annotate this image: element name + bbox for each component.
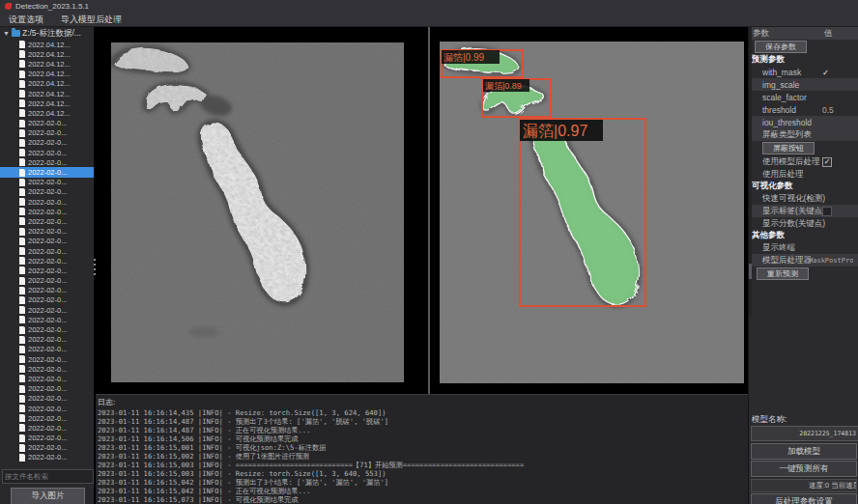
tree-item[interactable]: 2022.04.12... — [0, 108, 94, 118]
tree-item-label: 2022-02-0... — [28, 414, 67, 423]
tree-item[interactable]: 2022-02-0... — [0, 286, 94, 295]
tree-item-label: 2022-02-0... — [28, 128, 67, 137]
postprocess-settings-button[interactable]: 后处理参数设置 — [751, 493, 857, 504]
search-input[interactable] — [2, 469, 94, 484]
tree-item[interactable]: 2022-02-0... — [0, 423, 94, 433]
tree-item-label: 2022-02-0... — [28, 276, 67, 285]
tree-item[interactable]: 2022-02-0... — [0, 345, 94, 354]
menu-import-postprocess[interactable]: 导入模型后处理 — [52, 14, 130, 26]
file-icon — [19, 139, 25, 147]
param-row[interactable]: 使用模型后处理✓ — [749, 155, 858, 168]
tree-item[interactable]: 2022-02-0... — [0, 197, 94, 207]
tree-item[interactable]: 2022-02-0... — [0, 256, 94, 266]
log-panel[interactable]: 日志: 2023-01-11 16:16:14,435 |INFO| - Res… — [96, 394, 748, 504]
tree-item[interactable]: 2022-02-0... — [0, 384, 94, 394]
file-icon — [19, 80, 25, 88]
param-row[interactable]: iou_threshold — [749, 116, 858, 128]
tree-root-item[interactable]: ▼ Z:/5-标注数据/... — [0, 27, 94, 40]
param-row[interactable]: img_scale — [749, 78, 858, 91]
prediction-image[interactable]: 漏箔|0.99 漏箔|0.89 漏箔|0.97 — [440, 42, 744, 383]
title-bar: Detection_2023.1.5.1 — [0, 0, 858, 13]
pane-divider[interactable] — [428, 27, 430, 394]
file-icon — [19, 336, 25, 344]
tree-item[interactable]: 2022-02-0... — [0, 295, 94, 305]
param-button[interactable]: 重新预测 — [757, 267, 809, 280]
tree-item[interactable]: 2022-02-0... — [0, 404, 94, 413]
tree-item[interactable]: 2022-02-0... — [0, 394, 94, 404]
tree-item[interactable]: 2022.04.12... — [0, 59, 94, 69]
params-scrollbar[interactable] — [749, 27, 752, 317]
tree-item[interactable]: 2022.04.12... — [0, 40, 94, 49]
file-tree-panel: ▼ Z:/5-标注数据/... 2022.04.12...2022.04.12.… — [0, 27, 94, 504]
col-param: 参数 — [753, 28, 769, 40]
tree-item[interactable]: 2022-02-0... — [0, 216, 94, 226]
param-label: img_scale — [762, 80, 799, 90]
tree-item[interactable]: 2022-02-0... — [0, 148, 94, 157]
param-button[interactable]: 保存参数 — [755, 41, 807, 53]
tree-item[interactable]: 2022.04.12... — [0, 79, 94, 89]
tree-item-label: 2022-02-0... — [28, 119, 67, 127]
import-image-button[interactable]: 导入图片 — [11, 488, 85, 504]
tree-item[interactable]: 2022-02-0... — [0, 413, 94, 423]
param-row[interactable]: 模型后处理器MaskPostPro — [749, 254, 858, 266]
tree-item[interactable]: 2022-02-0... — [0, 305, 94, 315]
tree-item[interactable]: 2022.04.12... — [0, 89, 94, 98]
original-image[interactable] — [111, 42, 404, 382]
tree-item[interactable]: 2022-02-0... — [0, 119, 94, 128]
param-label: 快速可视化(检测) — [762, 193, 825, 205]
tree-item[interactable]: 2022-02-0... — [0, 374, 94, 383]
tree-item[interactable]: 2022-02-0... — [0, 227, 94, 237]
tree-item[interactable]: 2022-02-0... — [0, 237, 94, 246]
tree-item[interactable]: 2022-02-0... — [0, 364, 94, 374]
checkbox[interactable]: ✓ — [822, 157, 832, 167]
file-icon — [19, 287, 25, 294]
tree-item[interactable]: 2022-02-0... — [0, 315, 94, 324]
tree-item[interactable]: 2022-02-0... — [0, 138, 94, 148]
tree-item[interactable]: 2022-02-0... — [0, 354, 94, 364]
model-name-field[interactable]: 20221225_174813 — [751, 426, 858, 441]
tree-item[interactable]: 2022-02-0... — [0, 453, 94, 462]
param-row[interactable]: scale_factor — [749, 91, 858, 103]
param-row[interactable]: with_mask✓ — [749, 66, 858, 78]
tree-item[interactable]: 2022-02-0... — [0, 443, 94, 453]
menu-settings[interactable]: 设置选项 — [0, 14, 52, 26]
scrollbar-handle[interactable] — [749, 264, 752, 279]
tree-item[interactable]: 2022-02-0... — [0, 167, 94, 177]
file-icon — [19, 60, 25, 68]
tree-item[interactable]: 2022-02-0... — [0, 157, 94, 167]
params-header: 参数 值 — [749, 27, 858, 40]
tree-item[interactable]: 2022-02-0... — [0, 246, 94, 256]
param-row[interactable]: 显示标签(关键点) — [749, 205, 858, 217]
file-icon — [19, 257, 25, 265]
tree-item[interactable]: 2022-02-0... — [0, 178, 94, 187]
tree-item[interactable]: 2022-02-0... — [0, 207, 94, 216]
checkbox[interactable] — [822, 207, 832, 216]
log-line: 2023-01-11 16:16:14,487 |INFO| - 预测出了3个结… — [96, 417, 748, 426]
param-row[interactable]: threshold0.5 — [749, 103, 858, 116]
col-value: 值 — [824, 28, 833, 40]
load-model-button[interactable]: 加载模型 — [751, 443, 857, 460]
param-row[interactable]: 快速可视化(检测) — [749, 192, 858, 205]
param-button[interactable]: 屏蔽按钮 — [762, 142, 815, 154]
tree-item[interactable]: 2022-02-0... — [0, 335, 94, 345]
tree-item[interactable]: 2022-02-0... — [0, 128, 94, 138]
tree-item[interactable]: 2022.04.12... — [0, 70, 94, 79]
file-icon — [19, 109, 25, 117]
param-row[interactable]: 屏蔽类型列表 — [749, 128, 858, 141]
tree-item-label: 2022-02-0... — [28, 443, 67, 452]
tree-item[interactable]: 2022-02-0... — [0, 266, 94, 275]
tree-item[interactable]: 2022.04.12... — [0, 49, 94, 59]
tree-item[interactable]: 2022-02-0... — [0, 187, 94, 197]
tree-item-label: 2022-02-0... — [28, 335, 67, 344]
tree-item[interactable]: 2022-02-0... — [0, 276, 94, 286]
tree-item[interactable]: 2022.04.12... — [0, 98, 94, 108]
param-label: scale_factor — [762, 93, 807, 102]
tree-item[interactable]: 2022-02-0... — [0, 324, 94, 334]
file-icon — [19, 444, 25, 452]
tree-item-label: 2022.04.12... — [28, 41, 71, 49]
param-row[interactable]: 使用后处理 — [749, 168, 858, 181]
param-row[interactable]: 显示终端 — [749, 241, 858, 254]
param-row[interactable]: 显示分数(关键点) — [749, 217, 858, 230]
predict-all-button[interactable]: 一键预测所有 — [751, 461, 857, 477]
tree-item[interactable]: 2022-02-0... — [0, 434, 94, 443]
